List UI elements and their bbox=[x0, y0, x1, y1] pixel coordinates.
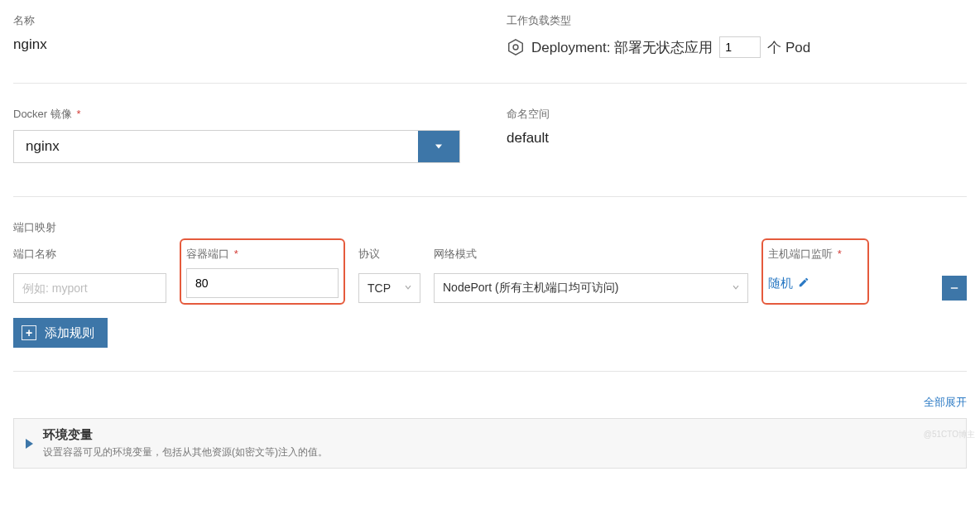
deployment-icon bbox=[507, 38, 525, 56]
name-field: 名称 nginx bbox=[13, 13, 473, 58]
divider bbox=[13, 83, 967, 84]
protocol-select[interactable]: TCP bbox=[358, 273, 420, 303]
watermark: @51CTO博主 bbox=[924, 429, 975, 440]
workload-prefix: Deployment: 部署无状态应用 bbox=[531, 38, 713, 57]
container-port-highlight: 容器端口 * bbox=[180, 238, 345, 305]
edit-icon bbox=[798, 277, 809, 291]
svg-rect-1 bbox=[951, 287, 958, 288]
remove-rule-button[interactable] bbox=[942, 276, 967, 301]
env-collapsible[interactable]: 环境变量 设置容器可见的环境变量，包括从其他资源(如密文等)注入的值。 bbox=[13, 418, 967, 469]
env-title: 环境变量 bbox=[43, 427, 328, 443]
env-desc: 设置容器可见的环境变量，包括从其他资源(如密文等)注入的值。 bbox=[43, 445, 328, 459]
docker-image-label: Docker 镜像 * bbox=[13, 107, 473, 122]
plus-icon: + bbox=[22, 325, 36, 340]
port-name-col: 端口名称 bbox=[13, 247, 166, 303]
host-port-random-link[interactable]: 随机 bbox=[768, 268, 809, 298]
port-name-input[interactable] bbox=[13, 273, 166, 303]
workload-label: 工作负载类型 bbox=[507, 13, 967, 28]
row-name-workload: 名称 nginx 工作负载类型 Deployment: 部署无状态应用 个 Po… bbox=[13, 13, 967, 58]
add-rule-label: 添加规则 bbox=[45, 325, 94, 341]
protocol-label: 协议 bbox=[358, 247, 420, 262]
docker-image-input[interactable] bbox=[14, 131, 418, 162]
env-body: 环境变量 设置容器可见的环境变量，包括从其他资源(如密文等)注入的值。 bbox=[43, 427, 328, 459]
container-port-input[interactable] bbox=[186, 268, 339, 298]
network-mode-col: 网络模式 NodePort (所有主机端口均可访问) bbox=[434, 247, 748, 303]
container-port-label: 容器端口 * bbox=[186, 247, 339, 262]
namespace-label: 命名空间 bbox=[507, 107, 967, 122]
divider bbox=[13, 371, 967, 372]
namespace-field: 命名空间 default bbox=[507, 107, 967, 163]
workload-line: Deployment: 部署无状态应用 个 Pod bbox=[507, 36, 967, 58]
host-port-highlight: 主机端口监听 * 随机 bbox=[761, 238, 869, 305]
docker-image-dropdown-button[interactable] bbox=[418, 131, 459, 162]
docker-image-input-wrap bbox=[13, 130, 460, 163]
row-image-namespace: Docker 镜像 * 命名空间 default bbox=[13, 107, 967, 163]
namespace-value: default bbox=[507, 130, 967, 147]
workload-suffix: 个 Pod bbox=[767, 38, 810, 57]
divider bbox=[13, 196, 967, 197]
triangle-right-icon bbox=[26, 439, 33, 449]
protocol-col: 协议 TCP bbox=[358, 247, 420, 303]
docker-image-field: Docker 镜像 * bbox=[13, 107, 473, 163]
name-label: 名称 bbox=[13, 13, 473, 28]
network-mode-label: 网络模式 bbox=[434, 247, 748, 262]
pod-count-input[interactable] bbox=[719, 36, 761, 58]
svg-point-0 bbox=[513, 45, 518, 50]
chevron-down-icon bbox=[731, 281, 741, 295]
host-port-value: 随机 bbox=[768, 276, 793, 291]
add-rule-button[interactable]: + 添加规则 bbox=[13, 318, 108, 348]
port-grid: 端口名称 容器端口 * 协议 TCP 网络模式 NodePort (所有主机端口… bbox=[13, 247, 967, 305]
chevron-down-icon bbox=[403, 281, 413, 295]
port-mapping-title: 端口映射 bbox=[13, 220, 967, 235]
port-name-label: 端口名称 bbox=[13, 247, 166, 262]
name-value: nginx bbox=[13, 36, 473, 53]
expand-all-link[interactable]: 全部展开 bbox=[13, 395, 967, 410]
network-mode-select[interactable]: NodePort (所有主机端口均可访问) bbox=[434, 273, 748, 303]
workload-field: 工作负载类型 Deployment: 部署无状态应用 个 Pod bbox=[507, 13, 967, 58]
port-mapping-section: 端口映射 端口名称 容器端口 * 协议 TCP 网络模式 NodePort (所… bbox=[13, 220, 967, 348]
host-port-label: 主机端口监听 * bbox=[768, 247, 862, 262]
network-mode-value: NodePort (所有主机端口均可访问) bbox=[443, 281, 618, 296]
protocol-value: TCP bbox=[368, 281, 391, 295]
